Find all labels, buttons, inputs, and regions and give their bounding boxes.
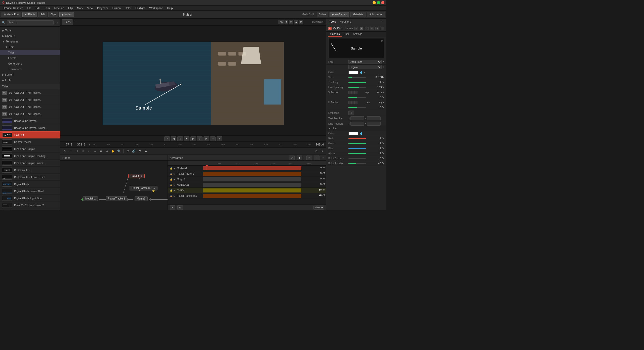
line-blue-reset[interactable]: ● bbox=[383, 147, 384, 149]
h-anchor-reset[interactable]: ● bbox=[383, 106, 384, 109]
dynamic-trim-btn[interactable]: ⊣ bbox=[74, 149, 79, 154]
search-input[interactable] bbox=[7, 20, 54, 25]
text-pos-x-input[interactable]: 0.11551C bbox=[350, 116, 364, 120]
h-anchor-btn3[interactable] bbox=[354, 101, 357, 104]
menu-workspace[interactable]: Workspace bbox=[147, 6, 165, 10]
line-pos-x-input[interactable]: 0.278858 bbox=[350, 122, 364, 126]
media-pool-button[interactable]: ⊞ Media Pool bbox=[2, 12, 21, 17]
template-background-reveal[interactable]: Background Reveal bbox=[0, 117, 60, 124]
menu-timeline[interactable]: Timeline bbox=[52, 6, 66, 10]
template-clean-simple[interactable]: Clean and Simple bbox=[0, 145, 60, 153]
sidebar-item-effects[interactable]: Effects bbox=[0, 55, 60, 61]
template-item-01[interactable]: 01 01 - Call Out - The Resolv... bbox=[0, 89, 60, 96]
redo-btn[interactable]: ↪ bbox=[319, 149, 325, 154]
tracking-slider[interactable] bbox=[348, 82, 366, 83]
menu-view[interactable]: View bbox=[85, 6, 95, 10]
tab-tools[interactable]: Tools bbox=[328, 20, 337, 24]
hand-tool-btn[interactable]: ✋ bbox=[110, 149, 116, 154]
sidebar-item-tools[interactable]: ▶ Tools bbox=[0, 28, 60, 33]
emphasis-btn[interactable]: T bbox=[348, 111, 354, 115]
v-anchor-btn2[interactable] bbox=[351, 91, 354, 94]
template-item-04[interactable]: 04 04 - Call Out - The Resolv... bbox=[0, 110, 60, 117]
viewer-text-btn[interactable]: T bbox=[285, 20, 289, 24]
point-corners-reset[interactable]: ● bbox=[383, 157, 384, 160]
point-rotation-slider[interactable] bbox=[348, 163, 366, 164]
template-clean-simple-heading[interactable]: Clean and Simple Heading... bbox=[0, 153, 60, 160]
node-planartransform1[interactable]: PlanarTransform1 ◆ bbox=[130, 186, 157, 190]
h-anchor-btn1[interactable] bbox=[348, 101, 351, 104]
line-spacing-reset[interactable]: ● bbox=[383, 86, 384, 88]
kf-zoom-in[interactable]: + bbox=[306, 156, 312, 160]
trim-tool-btn[interactable]: ⊢ bbox=[68, 149, 73, 154]
menu-mark[interactable]: Mark bbox=[75, 6, 85, 10]
template-item-03[interactable]: 03 03 - Call Out - The Resolv... bbox=[0, 103, 60, 110]
sidebar-item-templates[interactable]: ▼ Templates bbox=[0, 39, 60, 44]
line-red-slider[interactable] bbox=[348, 138, 366, 139]
transport-stop[interactable]: ■ bbox=[184, 136, 189, 141]
menu-davinci[interactable]: DaVinci Resolve bbox=[1, 6, 25, 10]
select-tool-btn[interactable]: ↖ bbox=[62, 149, 67, 154]
slip-tool-btn[interactable]: ↔ bbox=[92, 149, 98, 154]
controls-tab[interactable]: Controls bbox=[328, 32, 342, 37]
line-blue-slider[interactable] bbox=[348, 148, 366, 149]
transport-fast-fwd[interactable]: ▷ bbox=[197, 136, 203, 141]
template-item-02[interactable]: 02 02 - Call Out - The Resolv... bbox=[0, 96, 60, 103]
expand-mediain1[interactable]: ▶ bbox=[174, 167, 175, 170]
menu-fusion[interactable]: Fusion bbox=[111, 6, 123, 10]
line-green-slider[interactable] bbox=[348, 143, 366, 144]
line-section-arrow[interactable]: ▼ bbox=[328, 127, 331, 130]
transport-to-end[interactable]: ⏭ bbox=[210, 136, 216, 141]
marker-btn[interactable]: ◆ bbox=[143, 149, 149, 154]
template-draw-on-2-lines[interactable]: Draw On 2 Lines Lower T... bbox=[0, 202, 60, 209]
sidebar-item-transitions[interactable]: Transitions bbox=[0, 66, 60, 72]
h-anchor-slider[interactable] bbox=[348, 107, 366, 108]
tracking-reset-icon[interactable]: ● bbox=[383, 81, 384, 83]
settings-tab[interactable]: Settings bbox=[351, 32, 364, 37]
eyedropper-icon[interactable]: 💧 bbox=[359, 71, 363, 74]
line-green-reset[interactable]: ● bbox=[383, 142, 384, 144]
transport-play[interactable]: ▶ bbox=[190, 136, 196, 141]
line-red-reset[interactable]: ● bbox=[383, 137, 384, 139]
kf-grid-btn[interactable]: ⊞ bbox=[177, 205, 183, 210]
version-1-btn[interactable]: 1 bbox=[354, 27, 358, 30]
menu-playback[interactable]: Playback bbox=[95, 6, 110, 10]
version-3-btn[interactable]: 3 bbox=[365, 27, 369, 30]
color-swatch[interactable] bbox=[348, 71, 358, 74]
link-btn[interactable]: 🔗 bbox=[131, 149, 137, 154]
v-anchor-slider[interactable] bbox=[348, 97, 366, 98]
v-anchor-btn1[interactable] bbox=[348, 91, 351, 94]
snap-btn[interactable]: ⊞ bbox=[125, 149, 131, 154]
h-anchor-btn2[interactable] bbox=[351, 101, 354, 104]
zoom-tool-btn[interactable]: 🔍 bbox=[116, 149, 122, 154]
template-digital-glitch[interactable]: GLITCH Digital Glitch bbox=[0, 181, 60, 188]
line-alpha-reset[interactable]: ● bbox=[383, 152, 384, 155]
expand-pt1[interactable]: ▶ bbox=[174, 173, 175, 175]
user-tab[interactable]: User bbox=[342, 32, 351, 37]
size-reset-icon[interactable]: ● bbox=[383, 76, 384, 78]
kf-option1[interactable]: ⟨⟩ bbox=[289, 156, 295, 160]
kf-add-btn[interactable]: + bbox=[170, 205, 175, 210]
v-anchor-btn3[interactable] bbox=[354, 91, 357, 94]
template-dark-box-text[interactable]: TEXT Dark Box Text bbox=[0, 167, 60, 174]
tab-modifiers[interactable]: Modifiers bbox=[339, 20, 352, 24]
edit-button[interactable]: Edit bbox=[38, 12, 47, 17]
viewer-zoom-btn[interactable]: 100% bbox=[62, 19, 73, 25]
menu-clip[interactable]: Clip bbox=[66, 6, 75, 10]
maximize-button[interactable] bbox=[377, 1, 380, 4]
line-color-swatch[interactable] bbox=[348, 132, 358, 135]
menu-help[interactable]: Help bbox=[165, 6, 175, 10]
razor-tool-btn[interactable]: ⌖ bbox=[86, 149, 92, 154]
expand-pt1b[interactable]: ▶ bbox=[174, 195, 175, 197]
inspector-button[interactable]: ⚙ Inspector bbox=[367, 12, 385, 17]
size-slider[interactable] bbox=[348, 77, 366, 78]
transport-prev[interactable]: ◀ bbox=[171, 136, 176, 141]
line-spacing-slider[interactable] bbox=[348, 87, 366, 88]
sidebar-item-openfx[interactable]: ▶ OpenFX bbox=[0, 33, 60, 39]
viewer-marker-btn[interactable]: ◆ bbox=[294, 20, 298, 24]
template-digital-glitch-right[interactable]: GLTCH Digital Glitch Right Side bbox=[0, 195, 60, 202]
version-6-btn[interactable]: 6 bbox=[381, 27, 384, 30]
line-pos-y-input[interactable]: 0.470940 bbox=[367, 122, 381, 126]
node-merge1[interactable]: Merge1 bbox=[135, 196, 148, 201]
style-select[interactable]: Regular bbox=[348, 65, 382, 69]
warp-btn[interactable]: ⌀ bbox=[104, 149, 110, 154]
